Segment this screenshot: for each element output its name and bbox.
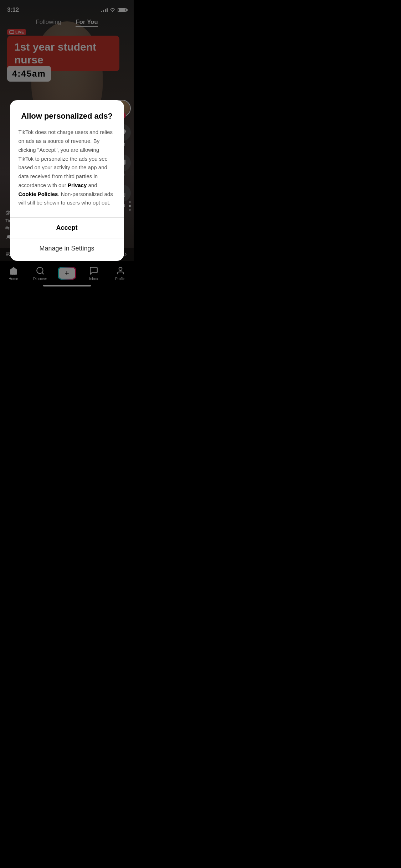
modal-body-text: TikTok does not charge users and relies … bbox=[19, 129, 113, 188]
cookie-policies-link[interactable]: Cookie Policies bbox=[19, 191, 58, 197]
modal-body: TikTok does not charge users and relies … bbox=[19, 128, 115, 207]
ads-permission-modal: Allow personalized ads? TikTok does not … bbox=[10, 100, 124, 261]
modal-overlay: Allow personalized ads? TikTok does not … bbox=[0, 0, 134, 289]
privacy-link[interactable]: Privacy bbox=[68, 182, 87, 188]
manage-settings-button[interactable]: Manage in Settings bbox=[10, 238, 124, 261]
modal-title: Allow personalized ads? bbox=[19, 112, 115, 121]
accept-button[interactable]: Accept bbox=[10, 218, 124, 238]
